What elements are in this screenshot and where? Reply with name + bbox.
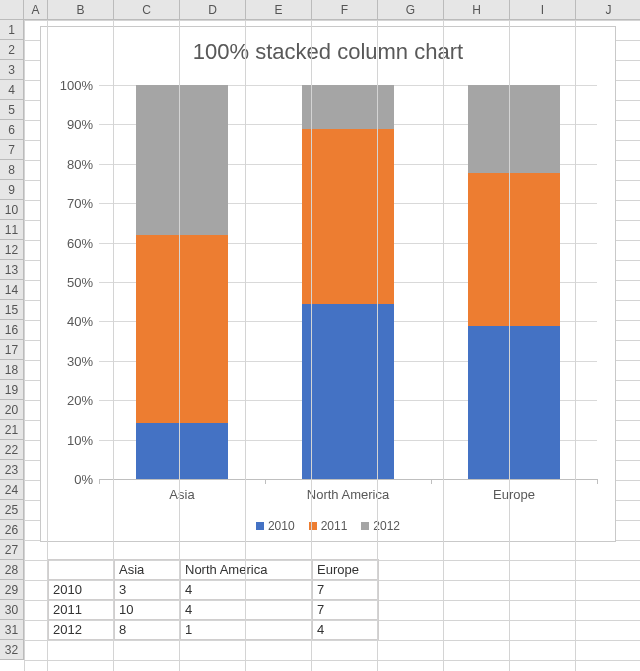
row-header-30[interactable]: 30 <box>0 600 24 620</box>
chart-y-label: 0% <box>74 472 99 487</box>
chart-y-label: 80% <box>67 156 99 171</box>
chart-y-label: 70% <box>67 196 99 211</box>
col-header-D[interactable]: D <box>180 0 246 20</box>
table-cell[interactable]: 7 <box>313 580 379 600</box>
row-header-21[interactable]: 21 <box>0 420 24 440</box>
row-header-32[interactable]: 32 <box>0 640 24 660</box>
table-row-header[interactable]: 2010 <box>49 580 115 600</box>
chart-y-label: 90% <box>67 117 99 132</box>
legend-item[interactable]: 2011 <box>309 519 348 533</box>
chart-y-label: 10% <box>67 432 99 447</box>
table-cell[interactable]: 1 <box>181 620 313 640</box>
row-header-17[interactable]: 17 <box>0 340 24 360</box>
chart-category-label: Asia <box>169 487 194 502</box>
col-header-C[interactable]: C <box>114 0 180 20</box>
chart-segment[interactable] <box>136 85 228 235</box>
chart-category-label: Europe <box>493 487 535 502</box>
row-header-10[interactable]: 10 <box>0 200 24 220</box>
row-header-23[interactable]: 23 <box>0 460 24 480</box>
row-header-16[interactable]: 16 <box>0 320 24 340</box>
table-corner[interactable] <box>49 560 115 580</box>
row-header-6[interactable]: 6 <box>0 120 24 140</box>
chart-bar[interactable] <box>136 85 228 479</box>
row-header-2[interactable]: 2 <box>0 40 24 60</box>
col-header-J[interactable]: J <box>576 0 640 20</box>
row-header-31[interactable]: 31 <box>0 620 24 640</box>
table-cell[interactable]: 4 <box>181 580 313 600</box>
legend-swatch <box>361 522 369 530</box>
table-cell[interactable]: 8 <box>115 620 181 640</box>
row-header-18[interactable]: 18 <box>0 360 24 380</box>
row-header-15[interactable]: 15 <box>0 300 24 320</box>
col-header-A[interactable]: A <box>24 0 48 20</box>
column-headers: ABCDEFGHIJ <box>24 0 640 20</box>
row-header-11[interactable]: 11 <box>0 220 24 240</box>
legend-label: 2011 <box>321 519 348 533</box>
cells-area[interactable]: 100% stacked column chart 0%10%20%30%40%… <box>24 20 640 671</box>
row-header-4[interactable]: 4 <box>0 80 24 100</box>
table-cell[interactable]: 10 <box>115 600 181 620</box>
row-header-28[interactable]: 28 <box>0 560 24 580</box>
chart-segment[interactable] <box>302 129 394 304</box>
row-header-3[interactable]: 3 <box>0 60 24 80</box>
chart-y-label: 20% <box>67 393 99 408</box>
row-header-12[interactable]: 12 <box>0 240 24 260</box>
col-header-I[interactable]: I <box>510 0 576 20</box>
chart-segment[interactable] <box>468 326 560 479</box>
table-col-header[interactable]: North America <box>181 560 313 580</box>
col-header-F[interactable]: F <box>312 0 378 20</box>
data-table[interactable]: AsiaNorth AmericaEurope20103472011104720… <box>48 559 379 640</box>
spreadsheet: ABCDEFGHIJ 12345678910111213141516171819… <box>0 0 640 671</box>
table-row-header[interactable]: 2012 <box>49 620 115 640</box>
row-header-14[interactable]: 14 <box>0 280 24 300</box>
legend-item[interactable]: 2012 <box>361 519 400 533</box>
legend-item[interactable]: 2010 <box>256 519 295 533</box>
table-col-header[interactable]: Europe <box>313 560 379 580</box>
row-header-7[interactable]: 7 <box>0 140 24 160</box>
row-header-8[interactable]: 8 <box>0 160 24 180</box>
chart-bar[interactable] <box>468 85 560 479</box>
row-header-27[interactable]: 27 <box>0 540 24 560</box>
table-col-header[interactable]: Asia <box>115 560 181 580</box>
chart-y-label: 40% <box>67 314 99 329</box>
row-header-13[interactable]: 13 <box>0 260 24 280</box>
chart-bar[interactable] <box>302 85 394 479</box>
chart-segment[interactable] <box>136 235 228 423</box>
row-headers: 1234567891011121314151617181920212223242… <box>0 20 24 671</box>
chart-segment[interactable] <box>136 423 228 479</box>
row-header-1[interactable]: 1 <box>0 20 24 40</box>
row-header-22[interactable]: 22 <box>0 440 24 460</box>
row-header-5[interactable]: 5 <box>0 100 24 120</box>
row-header-29[interactable]: 29 <box>0 580 24 600</box>
chart-y-label: 60% <box>67 235 99 250</box>
table-cell[interactable]: 4 <box>181 600 313 620</box>
chart-y-label: 50% <box>67 275 99 290</box>
chart-y-label: 100% <box>60 78 99 93</box>
table-cell[interactable]: 4 <box>313 620 379 640</box>
table-cell[interactable]: 7 <box>313 600 379 620</box>
chart-title: 100% stacked column chart <box>41 27 615 71</box>
chart-segment[interactable] <box>468 173 560 326</box>
row-header-26[interactable]: 26 <box>0 520 24 540</box>
chart-segment[interactable] <box>302 304 394 479</box>
row-header-20[interactable]: 20 <box>0 400 24 420</box>
row-header-19[interactable]: 19 <box>0 380 24 400</box>
col-header-H[interactable]: H <box>444 0 510 20</box>
table-row-header[interactable]: 2011 <box>49 600 115 620</box>
col-header-B[interactable]: B <box>48 0 114 20</box>
col-header-G[interactable]: G <box>378 0 444 20</box>
chart-stacked-column[interactable]: 100% stacked column chart 0%10%20%30%40%… <box>40 26 616 542</box>
table-cell[interactable]: 3 <box>115 580 181 600</box>
row-header-24[interactable]: 24 <box>0 480 24 500</box>
col-header-E[interactable]: E <box>246 0 312 20</box>
chart-x-axis <box>99 479 597 480</box>
chart-segment[interactable] <box>302 85 394 129</box>
row-header-9[interactable]: 9 <box>0 180 24 200</box>
chart-segment[interactable] <box>468 85 560 173</box>
chart-legend: 201020112012 <box>41 519 615 533</box>
legend-label: 2010 <box>268 519 295 533</box>
chart-y-label: 30% <box>67 353 99 368</box>
row-header-25[interactable]: 25 <box>0 500 24 520</box>
chart-bars <box>99 85 597 479</box>
select-all-corner[interactable] <box>0 0 24 20</box>
